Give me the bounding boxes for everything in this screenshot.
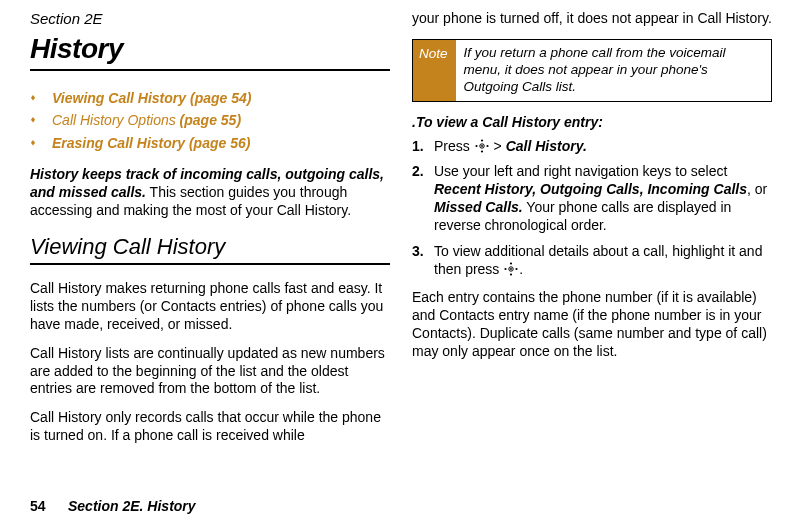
body-paragraph: Call History makes returning phone calls…: [30, 280, 390, 334]
svg-point-11: [510, 274, 512, 276]
svg-point-5: [481, 150, 483, 152]
note-label: Note: [413, 40, 456, 101]
ui-label: Recent History,: [434, 181, 536, 197]
step-text: Press: [434, 138, 474, 154]
contents-list: ⬧ Viewing Call History (page 54) ⬧ Call …: [30, 87, 390, 154]
ui-label: , Incoming Calls: [640, 181, 747, 197]
step-text: Use your left and right navigation keys …: [434, 163, 727, 179]
svg-point-4: [481, 139, 483, 141]
svg-point-8: [505, 268, 507, 270]
contents-label: Erasing Call History: [52, 135, 185, 151]
ui-label: Missed Calls.: [434, 199, 523, 215]
note-callout: Note If you return a phone call from the…: [412, 39, 772, 102]
body-paragraph: Call History lists are continually updat…: [30, 345, 390, 399]
contents-item: ⬧ Call History Options (page 55): [30, 109, 390, 131]
contents-label: Viewing Call History: [52, 90, 186, 106]
step-text: To view additional details about a call,…: [434, 243, 762, 277]
ui-label: Outgoing Calls: [536, 181, 639, 197]
contents-item: ⬧ Erasing Call History (page 56): [30, 132, 390, 154]
contents-pageref: (page 56): [185, 135, 250, 151]
task-heading: .To view a Call History entry:: [412, 114, 772, 130]
svg-point-7: [510, 268, 512, 270]
contents-pageref: (page 55): [176, 112, 241, 128]
diamond-icon: ⬧: [30, 89, 52, 105]
svg-point-10: [510, 263, 512, 265]
step-item: Use your left and right navigation keys …: [412, 163, 772, 235]
body-paragraph: Each entry contains the phone number (if…: [412, 289, 772, 361]
note-text: If you return a phone call from the voic…: [456, 40, 771, 101]
step-text: .: [519, 261, 523, 277]
contents-label: Call History Options: [52, 112, 176, 128]
diamond-icon: ⬧: [30, 134, 52, 150]
nav-key-icon: [504, 262, 518, 276]
svg-point-1: [481, 145, 483, 147]
svg-point-3: [486, 145, 488, 147]
step-text: , or: [747, 181, 767, 197]
section-label: Section 2E: [30, 10, 390, 27]
page-title: History: [30, 33, 390, 71]
diamond-icon: ⬧: [30, 111, 52, 127]
nav-key-icon: [475, 139, 489, 153]
body-paragraph-continued: your phone is turned off, it does not ap…: [412, 10, 772, 28]
steps-list: Press > Call History. Use your left and …: [412, 138, 772, 279]
svg-point-9: [516, 268, 518, 270]
section-heading: Viewing Call History: [30, 234, 390, 265]
page-number: 54: [30, 498, 68, 514]
contents-pageref: (page 54): [186, 90, 251, 106]
contents-item: ⬧ Viewing Call History (page 54): [30, 87, 390, 109]
step-item: To view additional details about a call,…: [412, 243, 772, 279]
step-item: Press > Call History.: [412, 138, 772, 156]
body-paragraph: Call History only records calls that occ…: [30, 409, 390, 445]
footer-section-label: Section 2E. History: [68, 498, 196, 514]
step-text: >: [490, 138, 506, 154]
ui-label: Call History.: [506, 138, 587, 154]
page-footer: 54Section 2E. History: [30, 492, 772, 514]
intro-paragraph: History keeps track of incoming calls, o…: [30, 166, 390, 220]
svg-point-2: [475, 145, 477, 147]
